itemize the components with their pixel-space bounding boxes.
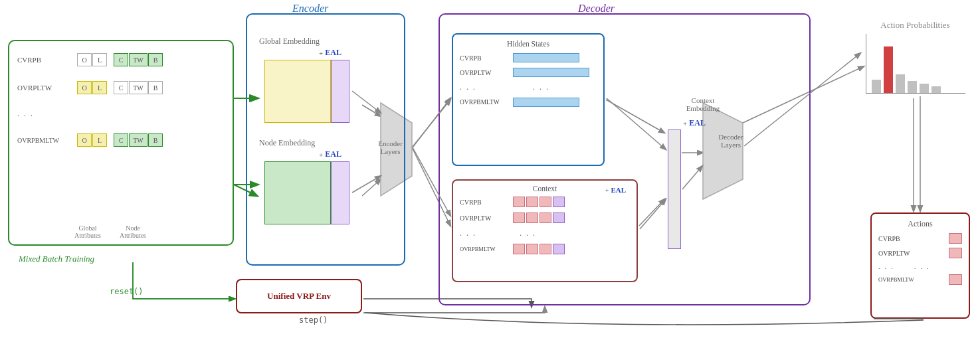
row-dots: . . . xyxy=(17,109,70,119)
row-label-ovrpltw: OVRPLTW xyxy=(17,84,70,92)
input-box: CVRPB O L C TW B OVRPLTW O L xyxy=(8,40,234,246)
node-eal-label: + EAL xyxy=(319,149,342,159)
cell-o: O xyxy=(77,53,92,66)
cell-c2: C xyxy=(114,81,128,94)
unified-vrp-label: Unified VRP Env xyxy=(267,291,331,301)
cell-l3: L xyxy=(92,133,107,147)
cell-tw2: TW xyxy=(129,81,147,94)
action-row-ovrpltw: OVRPLTW xyxy=(878,248,962,258)
context-row-dots: . . . . . . xyxy=(460,228,630,238)
bar-2 xyxy=(884,46,893,93)
context-title: Context xyxy=(460,185,630,193)
global-attrs-cvrpb: O L xyxy=(77,53,107,66)
node-embedding-label: Node Embedding xyxy=(259,138,315,148)
global-embed-block xyxy=(264,60,349,123)
diagram: CVRPB O L C TW B OVRPLTW O L xyxy=(0,0,980,338)
global-embedding-label: Global Embedding xyxy=(259,37,320,46)
state-row-ovrpltw: OVRPLTW xyxy=(460,68,597,77)
input-row-dots: . . . xyxy=(17,109,225,119)
hidden-states-box: Hidden States CVRPB OVRPLTW . . . . . . … xyxy=(452,33,605,166)
cell-o3: O xyxy=(77,133,92,147)
input-row-ovrpbmltw: OVRPBMLTW O L C TW B xyxy=(17,133,225,147)
decoder-layers-label: DecoderLayers xyxy=(711,133,751,149)
node-attrs-cvrpb: C TW B xyxy=(114,53,163,66)
context-row-ovrpbmltw: OVRPBMLTW xyxy=(460,244,630,254)
action-probabilities: Action Probabilities xyxy=(860,20,970,94)
action-prob-title: Action Probabilities xyxy=(860,20,970,31)
cell-tw: TW xyxy=(129,53,147,66)
bar-6 xyxy=(931,86,941,93)
context-box: Context + EAL CVRPB OVRPLTW xyxy=(452,179,638,282)
global-eal-label: + EAL xyxy=(319,48,342,58)
bar-5 xyxy=(920,84,929,93)
context-embed-rect xyxy=(668,129,681,249)
bar-chart xyxy=(866,34,965,94)
context-row-ovrpltw: OVRPLTW xyxy=(460,212,630,223)
state-row-cvrpb: CVRPB xyxy=(460,53,597,62)
unified-vrp-box: Unified VRP Env xyxy=(236,279,362,313)
row-label-ovrpbmltw: OVRPBMLTW xyxy=(17,137,70,144)
actions-title: Actions xyxy=(878,219,962,229)
cell-o-y: O xyxy=(77,81,92,94)
node-embed-block xyxy=(264,161,349,224)
bar-3 xyxy=(896,74,905,93)
input-row-cvrpb: CVRPB O L C TW B xyxy=(17,53,225,66)
bar-4 xyxy=(908,81,917,93)
col-header-node: NodeAttributes xyxy=(120,224,146,239)
step-label: step() xyxy=(299,315,328,325)
state-row-dots: . . . . . . xyxy=(460,82,597,92)
state-row-ovrpbmltw: OVRPBMLTW xyxy=(460,98,597,107)
cell-c3: C xyxy=(114,133,128,147)
context-row-cvrpb: CVRPB xyxy=(460,197,630,207)
mixed-batch-label: Mixed Batch Training xyxy=(19,254,94,264)
cell-l-y: L xyxy=(92,81,107,94)
col-header-global: GlobalAttributes xyxy=(74,224,101,239)
cell-l: L xyxy=(92,53,107,66)
hidden-states-title: Hidden States xyxy=(460,40,597,48)
node-attrs-ovrpbmltw: C TW B xyxy=(114,133,163,147)
encoder-layers-label: EncoderLayers xyxy=(372,139,409,155)
action-row-cvrpb: CVRPB xyxy=(878,233,962,244)
context-embed-eal: + EAL xyxy=(683,118,706,128)
encoder-title: Encoder xyxy=(292,3,328,15)
action-row-dots2: . . . . . . xyxy=(878,262,962,270)
actions-box: Actions CVRPB OVRPLTW . . . . . . OVRPBM… xyxy=(870,212,970,319)
cell-b3: B xyxy=(148,133,163,147)
global-attrs-ovrpbmltw: O L xyxy=(77,133,107,147)
bar-1 xyxy=(872,80,881,93)
reset-label: reset() xyxy=(110,287,144,296)
input-row-ovrpltw: OVRPLTW O L C TW B xyxy=(17,81,225,94)
action-row-ovrpbmltw: OVRPBMLTW xyxy=(878,274,962,285)
context-eal-label: + EAL xyxy=(605,186,626,194)
decoder-title: Decoder xyxy=(578,3,615,15)
context-embedding-label: ContextEmbedding xyxy=(683,96,723,112)
cell-tw3: TW xyxy=(129,133,147,147)
cell-c: C xyxy=(114,53,128,66)
node-attrs-ovrpltw: C TW B xyxy=(114,81,163,94)
row-label-cvrpb: CVRPB xyxy=(17,56,70,64)
global-attrs-ovrpltw: O L xyxy=(77,81,107,94)
cell-b: B xyxy=(148,53,163,66)
cell-b2: B xyxy=(148,81,163,94)
